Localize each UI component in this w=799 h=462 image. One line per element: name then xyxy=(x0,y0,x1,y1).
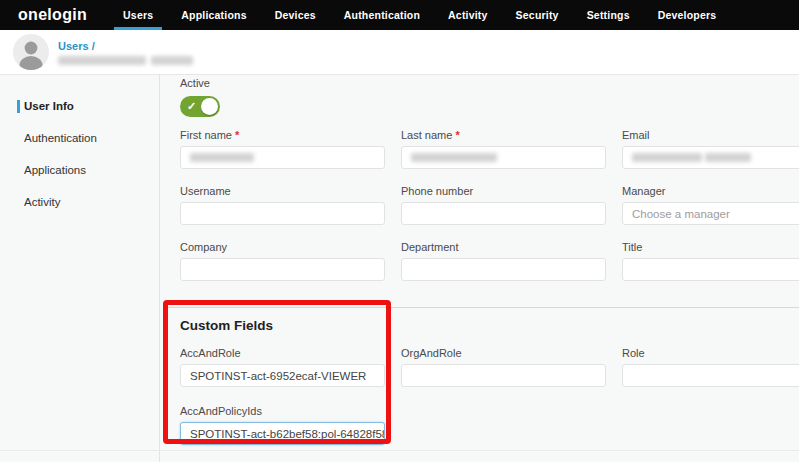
department-input[interactable] xyxy=(401,258,606,281)
toggle-knob xyxy=(201,98,218,115)
sidebar: User Info Authentication Applications Ac… xyxy=(0,75,160,462)
field-acc-and-role: AccAndRole SPOTINST-act-6952ecaf-VIEWER xyxy=(180,347,385,387)
role-input[interactable] xyxy=(622,364,799,387)
active-toggle[interactable]: ✓ xyxy=(180,96,220,117)
first-name-label: First name * xyxy=(180,129,385,141)
onelogin-logo[interactable]: onelogin xyxy=(18,6,87,24)
last-name-input[interactable] xyxy=(401,146,606,169)
field-last-name: Last name * xyxy=(401,129,606,169)
title-input[interactable] xyxy=(622,258,799,281)
sidebar-item-label: User Info xyxy=(24,100,74,112)
nav-item-devices[interactable]: Devices xyxy=(261,0,330,30)
section-divider xyxy=(167,307,799,308)
org-and-role-label: OrgAndRole xyxy=(401,347,606,359)
sidebar-item-label: Authentication xyxy=(24,132,97,144)
manager-label: Manager xyxy=(622,185,799,197)
acc-and-policy-ids-input[interactable]: SPOTINST-act-b62bef58:pol-64828f58 xyxy=(180,422,385,445)
field-email: Email xyxy=(622,129,799,169)
company-label: Company xyxy=(180,241,385,253)
bottom-divider xyxy=(0,450,799,451)
redacted-value xyxy=(632,153,702,162)
check-icon: ✓ xyxy=(187,99,196,114)
acc-and-policy-ids-label: AccAndPolicyIds xyxy=(180,405,385,417)
field-title: Title xyxy=(622,241,799,281)
sidebar-item-label: Activity xyxy=(24,196,60,208)
redacted-username xyxy=(58,56,193,65)
active-indicator xyxy=(17,100,20,113)
nav-item-authentication[interactable]: Authentication xyxy=(330,0,434,30)
field-phone-number: Phone number xyxy=(401,185,606,225)
email-label: Email xyxy=(622,129,799,141)
custom-fields-heading: Custom Fields xyxy=(180,318,799,333)
field-role: Role xyxy=(622,347,799,387)
active-label: Active xyxy=(180,77,799,89)
nav-item-applications[interactable]: Applications xyxy=(167,0,260,30)
field-acc-and-policy-ids: AccAndPolicyIds SPOTINST-act-b62bef58:po… xyxy=(180,405,385,445)
redacted-value xyxy=(705,153,751,162)
title-label: Title xyxy=(622,241,799,253)
sidebar-item-label: Applications xyxy=(24,164,86,176)
manager-placeholder: Choose a manager xyxy=(632,208,730,220)
org-and-role-input[interactable] xyxy=(401,364,606,387)
nav-item-developers[interactable]: Developers xyxy=(644,0,731,30)
user-info-form: Active ✓ First name * Last name * Email xyxy=(160,75,799,462)
nav-item-activity[interactable]: Activity xyxy=(434,0,502,30)
sidebar-item-authentication[interactable]: Authentication xyxy=(0,125,159,151)
breadcrumb[interactable]: Users / xyxy=(58,40,193,52)
nav-item-settings[interactable]: Settings xyxy=(573,0,644,30)
username-input[interactable] xyxy=(180,202,385,225)
sidebar-item-activity[interactable]: Activity xyxy=(0,189,159,215)
first-name-input[interactable] xyxy=(180,146,385,169)
field-company: Company xyxy=(180,241,385,281)
redacted-value xyxy=(190,153,254,162)
role-label: Role xyxy=(622,347,799,359)
field-username: Username xyxy=(180,185,385,225)
sidebar-item-user-info[interactable]: User Info xyxy=(0,93,159,119)
redacted-value xyxy=(411,153,497,162)
required-marker: * xyxy=(455,129,459,141)
top-nav: onelogin Users Applications Devices Auth… xyxy=(0,0,799,30)
last-name-label: Last name * xyxy=(401,129,606,141)
user-avatar-icon xyxy=(13,34,49,70)
field-department: Department xyxy=(401,241,606,281)
acc-and-role-label: AccAndRole xyxy=(180,347,385,359)
company-input[interactable] xyxy=(180,258,385,281)
phone-number-input[interactable] xyxy=(401,202,606,225)
department-label: Department xyxy=(401,241,606,253)
nav-item-users[interactable]: Users xyxy=(109,0,167,30)
required-marker: * xyxy=(235,129,239,141)
field-manager: Manager Choose a manager xyxy=(622,185,799,225)
acc-and-role-input[interactable]: SPOTINST-act-6952ecaf-VIEWER xyxy=(180,364,385,387)
username-label: Username xyxy=(180,185,385,197)
field-org-and-role: OrgAndRole xyxy=(401,347,606,387)
sidebar-item-applications[interactable]: Applications xyxy=(0,157,159,183)
field-first-name: First name * xyxy=(180,129,385,169)
nav-item-security[interactable]: Security xyxy=(502,0,573,30)
manager-input[interactable]: Choose a manager xyxy=(622,202,799,225)
page-header: Users / xyxy=(0,30,799,75)
email-input[interactable] xyxy=(622,146,799,169)
phone-number-label: Phone number xyxy=(401,185,606,197)
